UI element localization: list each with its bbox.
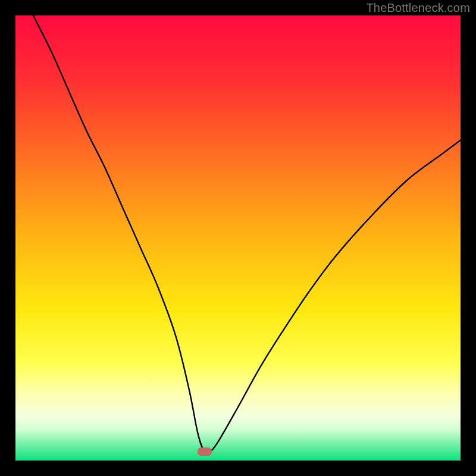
gradient-background xyxy=(15,15,461,461)
watermark-text: TheBottleneck.com xyxy=(366,1,470,15)
chart-frame: TheBottleneck.com xyxy=(0,0,476,476)
optimum-marker xyxy=(198,447,212,456)
plot-area xyxy=(15,15,461,461)
bottleneck-chart xyxy=(15,15,461,461)
